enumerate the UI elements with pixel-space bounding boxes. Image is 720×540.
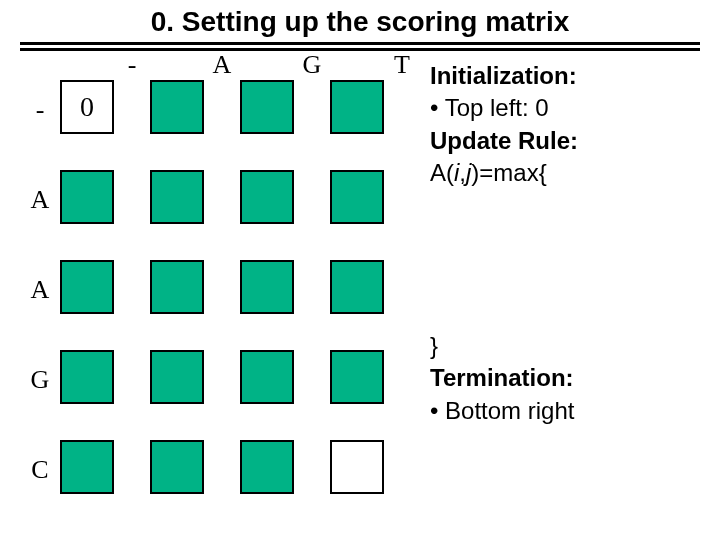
- cell-2-0: [60, 260, 114, 314]
- cell-3-1: [150, 350, 204, 404]
- col-header-T: T: [375, 50, 429, 80]
- init-header: Initialization:: [430, 60, 705, 92]
- cell-1-2: [240, 170, 294, 224]
- termination-bullet-1: Bottom right: [430, 395, 705, 427]
- cell-0-3: [330, 80, 384, 134]
- row-header-G: G: [25, 365, 55, 395]
- col-header-G: G: [285, 50, 339, 80]
- cell-4-2: [240, 440, 294, 494]
- cell-4-3: [330, 440, 384, 494]
- row-header-C: C: [25, 455, 55, 485]
- row-header-dash: -: [25, 95, 55, 125]
- slide-title: 0. Setting up the scoring matrix: [0, 6, 720, 38]
- cell-1-3: [330, 170, 384, 224]
- upd-prefix: A(: [430, 159, 454, 186]
- cell-3-0: [60, 350, 114, 404]
- cell-3-2: [240, 350, 294, 404]
- notes-bottom: } Termination: Bottom right: [430, 330, 705, 427]
- close-brace: }: [430, 330, 705, 362]
- cell-0-0-value: 0: [60, 80, 114, 134]
- update-header: Update Rule:: [430, 125, 705, 157]
- cell-0-2: [240, 80, 294, 134]
- cell-4-1: [150, 440, 204, 494]
- cell-2-2: [240, 260, 294, 314]
- col-header-dash: -: [105, 50, 159, 80]
- upd-suffix: )=max{: [471, 159, 546, 186]
- termination-header: Termination:: [430, 362, 705, 394]
- notes-top: Initialization: Top left: 0 Update Rule:…: [430, 60, 705, 190]
- cell-4-0: [60, 440, 114, 494]
- cell-2-3: [330, 260, 384, 314]
- row-header-A2: A: [25, 275, 55, 305]
- cell-1-0: [60, 170, 114, 224]
- upd-sep: ,: [459, 159, 466, 186]
- row-header-A1: A: [25, 185, 55, 215]
- col-header-A: A: [195, 50, 249, 80]
- cell-3-3: [330, 350, 384, 404]
- cell-2-1: [150, 260, 204, 314]
- title-rule-1: [20, 42, 700, 45]
- cell-0-1: [150, 80, 204, 134]
- init-bullet-1: Top left: 0: [430, 92, 705, 124]
- cell-1-1: [150, 170, 204, 224]
- update-rule-line: A(i,j)=max{: [430, 157, 705, 189]
